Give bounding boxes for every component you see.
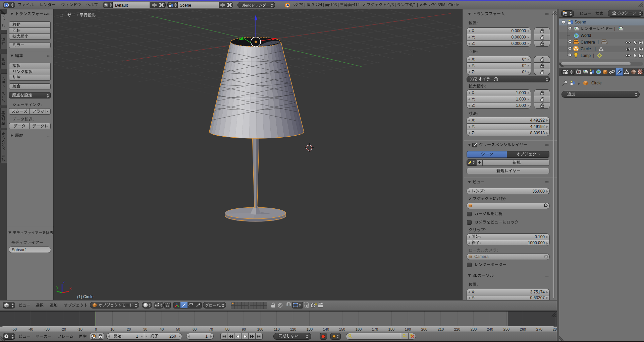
svg-text:80: 80 [225, 327, 229, 331]
svg-text:160: 160 [356, 327, 362, 331]
svg-text:210: 210 [438, 327, 444, 331]
svg-text:10: 10 [110, 327, 114, 331]
svg-text:150: 150 [339, 327, 345, 331]
svg-text:180: 180 [388, 327, 394, 331]
svg-text:100: 100 [257, 327, 263, 331]
svg-text:220: 220 [454, 327, 460, 331]
svg-text:-10: -10 [77, 327, 83, 331]
svg-text:270: 270 [536, 327, 542, 331]
svg-text:280: 280 [553, 327, 557, 331]
svg-text:50: 50 [176, 327, 180, 331]
svg-text:-40: -40 [28, 327, 33, 331]
svg-text:-20: -20 [61, 327, 66, 331]
svg-text:30: 30 [143, 327, 147, 331]
svg-text:230: 230 [471, 327, 477, 331]
svg-text:240: 240 [487, 327, 493, 331]
svg-text:120: 120 [290, 327, 296, 331]
svg-text:-30: -30 [44, 327, 50, 331]
svg-text:70: 70 [209, 327, 213, 331]
svg-text:110: 110 [274, 327, 280, 331]
svg-text:170: 170 [372, 327, 378, 331]
svg-text:90: 90 [242, 327, 246, 331]
svg-text:-50: -50 [11, 327, 17, 331]
svg-text:250: 250 [503, 327, 509, 331]
svg-text:130: 130 [307, 327, 313, 331]
svg-text:40: 40 [160, 327, 164, 331]
svg-text:x: x [69, 286, 71, 291]
svg-text:0: 0 [95, 327, 97, 331]
svg-text:y: y [56, 285, 58, 289]
svg-text:140: 140 [323, 327, 329, 331]
svg-text:60: 60 [193, 327, 197, 331]
svg-text:260: 260 [520, 327, 526, 331]
svg-text:190: 190 [405, 327, 411, 331]
svg-text:20: 20 [127, 327, 131, 331]
svg-text:z: z [63, 279, 65, 284]
svg-text:200: 200 [421, 327, 427, 331]
